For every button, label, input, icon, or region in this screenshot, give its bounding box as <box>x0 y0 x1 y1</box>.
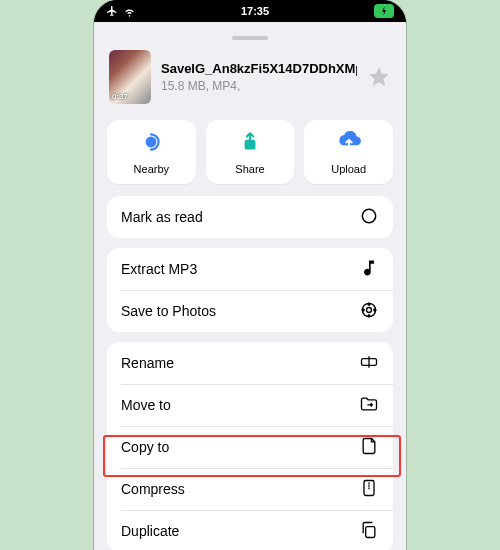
status-right <box>374 4 394 18</box>
file-header: 0:37 SaveIG_An8kzFi5X14D7DDhXMphRfwQ_Dte… <box>97 44 403 114</box>
nearby-label: Nearby <box>134 163 169 175</box>
file-name: SaveIG_An8kzFi5X14D7DDhXMphRfwQ_DteM6vka… <box>161 61 357 77</box>
menu-group-2: Extract MP3 Save to Photos <box>107 248 393 332</box>
circle-icon <box>359 206 379 229</box>
upload-icon <box>336 129 362 159</box>
move-to-row[interactable]: Move to <box>107 384 393 426</box>
rename-row[interactable]: Rename <box>107 342 393 384</box>
compress-label: Compress <box>121 481 185 497</box>
status-bar: 17:35 <box>94 0 406 22</box>
move-to-label: Move to <box>121 397 171 413</box>
svg-point-6 <box>368 314 370 316</box>
compress-row[interactable]: Compress <box>107 468 393 510</box>
extract-mp3-row[interactable]: Extract MP3 <box>107 248 393 290</box>
share-tile[interactable]: Share <box>206 120 295 184</box>
share-tiles: Nearby Share Upload <box>97 114 403 196</box>
save-to-photos-label: Save to Photos <box>121 303 216 319</box>
battery-charging-icon <box>374 4 394 18</box>
share-icon <box>237 129 263 159</box>
airplane-mode-icon <box>106 5 118 17</box>
phone-frame: 17:35 0:37 SaveIG_An8kzFi5X14D7DDhXMphRf… <box>94 0 406 550</box>
nearby-icon <box>138 129 164 159</box>
music-note-icon <box>359 258 379 281</box>
duplicate-row[interactable]: Duplicate <box>107 510 393 550</box>
favorite-button[interactable] <box>367 65 391 89</box>
svg-point-8 <box>374 309 376 311</box>
document-icon <box>359 436 379 459</box>
rename-icon <box>359 352 379 375</box>
wifi-icon <box>123 5 136 18</box>
nearby-tile[interactable]: Nearby <box>107 120 196 184</box>
svg-point-3 <box>367 307 372 312</box>
video-duration: 0:37 <box>112 92 128 101</box>
duplicate-label: Duplicate <box>121 523 179 539</box>
menu-group-3: Rename Move to Copy to <box>107 342 393 550</box>
zip-icon <box>359 478 379 501</box>
status-time: 17:35 <box>241 5 269 17</box>
svg-rect-11 <box>366 526 375 537</box>
duplicate-icon <box>359 520 379 543</box>
upload-tile[interactable]: Upload <box>304 120 393 184</box>
status-left <box>106 5 136 18</box>
svg-point-5 <box>368 303 370 305</box>
mark-as-read-row[interactable]: Mark as read <box>107 196 393 238</box>
menu-group-1: Mark as read <box>107 196 393 238</box>
svg-point-2 <box>362 209 375 222</box>
file-meta: 15.8 MB, MP4, <box>161 79 357 93</box>
share-label: Share <box>235 163 264 175</box>
sheet-grabber[interactable] <box>232 36 268 40</box>
extract-mp3-label: Extract MP3 <box>121 261 197 277</box>
mark-as-read-label: Mark as read <box>121 209 203 225</box>
rename-label: Rename <box>121 355 174 371</box>
svg-point-7 <box>362 309 364 311</box>
svg-point-0 <box>146 137 157 148</box>
file-info: SaveIG_An8kzFi5X14D7DDhXMphRfwQ_DteM6vka… <box>161 61 357 93</box>
upload-label: Upload <box>331 163 366 175</box>
copy-to-row[interactable]: Copy to <box>107 426 393 468</box>
save-to-photos-row[interactable]: Save to Photos <box>107 290 393 332</box>
stage: 17:35 0:37 SaveIG_An8kzFi5X14D7DDhXMphRf… <box>0 0 500 550</box>
video-thumbnail[interactable]: 0:37 <box>109 50 151 104</box>
copy-to-label: Copy to <box>121 439 169 455</box>
folder-arrow-icon <box>359 394 379 417</box>
action-sheet: 0:37 SaveIG_An8kzFi5X14D7DDhXMphRfwQ_Dte… <box>97 30 403 550</box>
photos-icon <box>359 300 379 323</box>
